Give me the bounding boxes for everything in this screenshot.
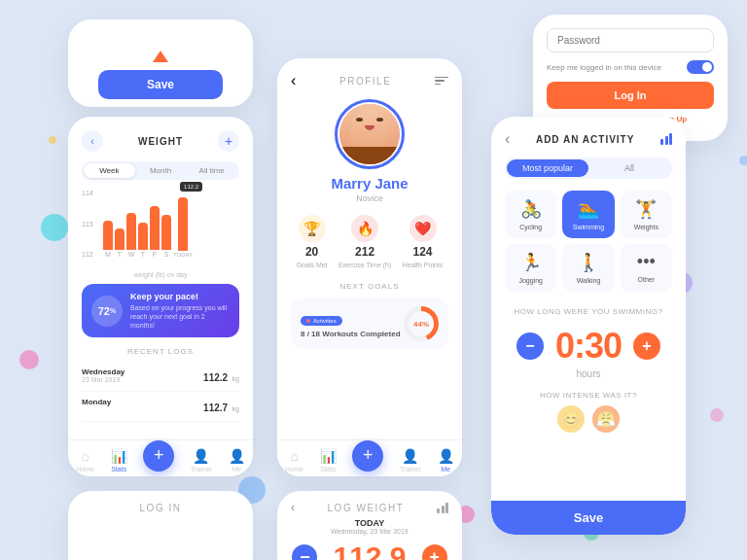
weight-minus-btn[interactable]: − (292, 544, 317, 560)
nav-stats-label: Stats (111, 466, 126, 472)
bar-W: W (126, 213, 136, 258)
deco-circle-9 (739, 156, 747, 165)
profile-name: Marry Jane (331, 175, 408, 192)
nav-add-button[interactable]: + (143, 440, 174, 472)
toggle-knob (702, 62, 712, 72)
timer-value: 0:30 (555, 326, 622, 367)
login-card-title: LOG IN (82, 503, 239, 513)
cycling-label: Cycling (519, 224, 542, 230)
bar-S: S (161, 215, 171, 258)
profile-nav-home[interactable]: ⌂ Home (285, 448, 303, 472)
profile-nav-me[interactable]: 👤 Me (438, 448, 454, 472)
timer-question: HOW LONG WERE YOU SWIMMING? (505, 307, 672, 316)
remember-toggle[interactable] (687, 60, 714, 74)
tab-all[interactable]: All (588, 159, 670, 177)
y-label-114: 114 (82, 190, 93, 196)
goals-icon: 🏆 (299, 215, 326, 242)
progress-value: 44% (413, 320, 429, 329)
log-unit-wed: kg (232, 375, 239, 382)
tab-week[interactable]: Week (84, 163, 135, 178)
filter-icon[interactable] (435, 77, 448, 86)
deco-circle-1 (41, 214, 68, 241)
recent-logs-title: RECENT LOGS (82, 347, 239, 356)
swimming-label: Swimming (573, 224, 604, 230)
exercise-icon: 🔥 (351, 215, 378, 242)
log-date-wed: 23 Mar 2019 (82, 376, 124, 383)
log-weight-chart-icon[interactable] (437, 503, 448, 513)
activity-other[interactable]: ••• Other (621, 244, 672, 292)
bar-T1: T (115, 228, 124, 258)
weight-plus-btn[interactable]: + (422, 544, 447, 560)
health-value: 124 (412, 245, 432, 259)
activity-weights[interactable]: 🏋️ Weights (621, 191, 672, 238)
log-weight-title: LOG WEIGHT (295, 503, 437, 513)
bar-M: M (103, 221, 113, 258)
intensity-section: HOW INTENSE WAS IT? 😊 😤 (505, 391, 672, 433)
intensity-question: HOW INTENSE WAS IT? (505, 391, 672, 400)
tab-month[interactable]: Month (135, 163, 187, 178)
log-item-monday: Monday 112.7 kg (82, 392, 239, 422)
log-weight-date-sub: Wednesday, 23 Mar 2019 (291, 528, 448, 535)
me-icon: 👤 (229, 448, 245, 464)
activity-cycling[interactable]: 🚴 Cycling (505, 191, 556, 238)
triangle-icon (153, 51, 168, 62)
password-input[interactable] (547, 28, 714, 52)
nav-home[interactable]: ⌂ Home (76, 448, 94, 472)
save-button[interactable]: Save (98, 70, 223, 99)
avatar-ring (335, 99, 405, 169)
profile-title: PROFILE (296, 76, 435, 87)
back-icon[interactable]: ‹ (82, 130, 103, 152)
log-day-wed: Wednesday (82, 368, 124, 376)
timer-minus[interactable]: − (516, 332, 544, 360)
profile-home-label: Home (285, 466, 303, 472)
nav-stats[interactable]: 📊 Stats (111, 448, 127, 472)
bar-today: 112.2 TODAY (173, 197, 193, 258)
profile-me-icon: 👤 (438, 448, 454, 464)
profile-trainer-label: Trainer (400, 466, 421, 472)
other-icon: ••• (637, 252, 656, 272)
goal-tag-dot (306, 319, 310, 323)
nav-trainer[interactable]: 👤 Trainer (191, 448, 212, 472)
tab-most-popular[interactable]: Most popular (507, 159, 588, 177)
activity-walking[interactable]: 🚶 Walking (562, 244, 614, 292)
progress-circle: 44% (404, 306, 439, 341)
profile-nav-stats[interactable]: 📊 Stats (320, 448, 337, 472)
activity-jogging[interactable]: 🏃 Jogging (505, 244, 556, 292)
goal-tag: Activities (301, 316, 342, 326)
weight-display-value: 112.9 (333, 541, 406, 560)
goal-card: Activities 8 / 18 Workouts Completed 44% (291, 298, 448, 349)
intensity-low[interactable]: 😊 (557, 405, 585, 433)
chart-icon[interactable] (660, 133, 672, 145)
activity-tabs: Most popular All (505, 158, 672, 179)
goals-label: Goals Met (297, 262, 328, 268)
pace-number: 72% (91, 296, 123, 327)
walking-icon: 🚶 (578, 252, 599, 273)
profile-nav-add[interactable]: + (352, 440, 383, 472)
pace-heading: Keep your pace! (130, 292, 230, 301)
jogging-icon: 🏃 (520, 252, 542, 273)
log-value-mon: 112.7 (203, 402, 228, 413)
deco-circle-2 (19, 350, 39, 369)
profile-nav-trainer[interactable]: 👤 Trainer (400, 448, 421, 472)
activity-title: ADD AN ACTIVITY (510, 134, 660, 145)
nav-me[interactable]: 👤 Me (229, 448, 245, 472)
login-button[interactable]: Log In (547, 82, 714, 109)
timer-plus[interactable]: + (633, 332, 660, 360)
next-goals-title: NEXT GOALS (291, 282, 448, 291)
avatar-image (339, 104, 400, 164)
profile-me-label: Me (441, 466, 450, 472)
profile-trainer-icon: 👤 (402, 448, 418, 464)
activity-save-button[interactable]: Save (491, 501, 686, 535)
activity-swimming[interactable]: 🏊 Swimming (562, 191, 614, 238)
add-icon[interactable]: + (218, 130, 239, 152)
weights-icon: 🏋️ (635, 198, 657, 220)
intensity-medium[interactable]: 😤 (592, 405, 620, 433)
pace-box: 72% Keep your pace! Based on your progre… (82, 284, 239, 337)
tab-alltime[interactable]: All time (186, 163, 237, 178)
top-card: Save (68, 19, 253, 107)
profile-role: Novice (356, 193, 383, 203)
nav-home-label: Home (76, 466, 94, 472)
exercise-value: 212 (355, 245, 374, 259)
goals-value: 20 (305, 245, 318, 259)
login-card: LOG IN (68, 491, 253, 560)
